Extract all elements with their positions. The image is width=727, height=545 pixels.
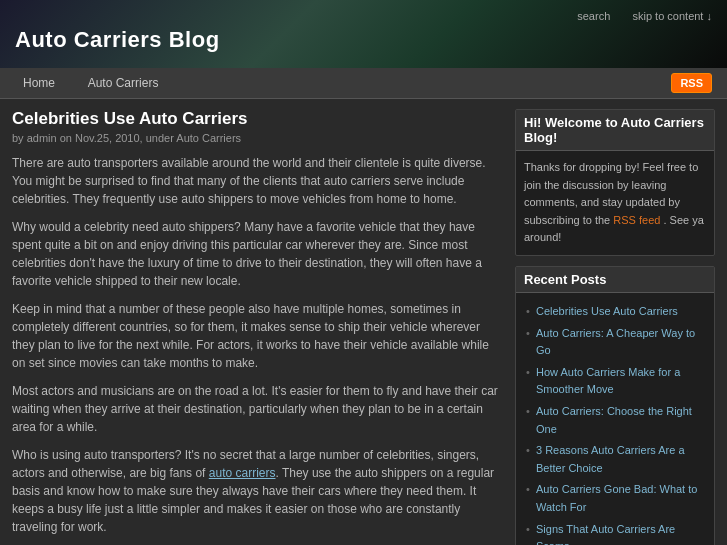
recent-post-link[interactable]: How Auto Carriers Make for a Smoother Mo…: [536, 366, 680, 396]
nav-separator: [68, 73, 75, 93]
nav-auto-carriers[interactable]: Auto Carriers: [80, 73, 167, 93]
recent-posts-title: Recent Posts: [516, 267, 714, 293]
header-links: search skip to content ↓: [567, 10, 712, 22]
recent-post-link[interactable]: Auto Carriers Gone Bad: What to Watch Fo…: [536, 483, 697, 513]
list-item: How Auto Carriers Make for a Smoother Mo…: [524, 362, 706, 401]
auto-carriers-link[interactable]: auto carriers: [209, 466, 276, 480]
list-item: Signs That Auto Carriers Are Scams: [524, 519, 706, 546]
article-paragraph-3: Keep in mind that a number of these peop…: [12, 300, 505, 372]
recent-post-link[interactable]: Auto Carriers: A Cheaper Way to Go: [536, 327, 695, 357]
main-nav: Home Auto Carriers RSS: [0, 68, 727, 99]
main-column: Celebrities Use Auto Carriers by admin o…: [12, 109, 505, 545]
article: Celebrities Use Auto Carriers by admin o…: [12, 109, 505, 545]
article-paragraph-5: Who is using auto transporters? It's no …: [12, 446, 505, 536]
list-item: 3 Reasons Auto Carriers Are a Better Cho…: [524, 440, 706, 479]
welcome-box: Hi! Welcome to Auto Carriers Blog! Thank…: [515, 109, 715, 256]
list-item: Celebrities Use Auto Carriers: [524, 301, 706, 323]
welcome-title: Hi! Welcome to Auto Carriers Blog!: [516, 110, 714, 151]
skip-to-content-link[interactable]: skip to content ↓: [633, 10, 713, 22]
header-top: search skip to content ↓: [15, 10, 712, 22]
article-paragraph-1: There are auto transporters available ar…: [12, 154, 505, 208]
article-paragraph-4: Most actors and musicians are on the roa…: [12, 382, 505, 436]
recent-posts-box: Recent Posts Celebrities Use Auto Carrie…: [515, 266, 715, 545]
article-paragraph-2: Why would a celebrity need auto shippers…: [12, 218, 505, 290]
content-area: Celebrities Use Auto Carriers by admin o…: [0, 99, 727, 545]
site-title: Auto Carriers Blog: [15, 27, 712, 53]
recent-posts-list: Celebrities Use Auto Carriers Auto Carri…: [524, 301, 706, 545]
nav-links: Home Auto Carriers: [15, 73, 166, 93]
recent-posts-content: Celebrities Use Auto Carriers Auto Carri…: [516, 293, 714, 545]
list-item: Auto Carriers Gone Bad: What to Watch Fo…: [524, 479, 706, 518]
rss-feed-link[interactable]: RSS feed: [613, 214, 660, 226]
search-link[interactable]: search: [577, 10, 610, 22]
recent-post-link[interactable]: Auto Carriers: Choose the Right One: [536, 405, 692, 435]
recent-post-link[interactable]: Celebrities Use Auto Carriers: [536, 305, 678, 317]
recent-post-link[interactable]: 3 Reasons Auto Carriers Are a Better Cho…: [536, 444, 685, 474]
site-header: search skip to content ↓ Auto Carriers B…: [0, 0, 727, 68]
welcome-content: Thanks for dropping by! Feel free to joi…: [516, 151, 714, 255]
recent-post-link[interactable]: Signs That Auto Carriers Are Scams: [536, 523, 675, 546]
list-item: Auto Carriers: A Cheaper Way to Go: [524, 323, 706, 362]
sidebar: Hi! Welcome to Auto Carriers Blog! Thank…: [515, 109, 715, 545]
nav-home[interactable]: Home: [15, 73, 63, 93]
article-meta: by admin on Nov.25, 2010, under Auto Car…: [12, 132, 505, 144]
article-title: Celebrities Use Auto Carriers: [12, 109, 505, 129]
list-item: Auto Carriers: Choose the Right One: [524, 401, 706, 440]
article-body: There are auto transporters available ar…: [12, 154, 505, 536]
rss-button[interactable]: RSS: [671, 73, 712, 93]
